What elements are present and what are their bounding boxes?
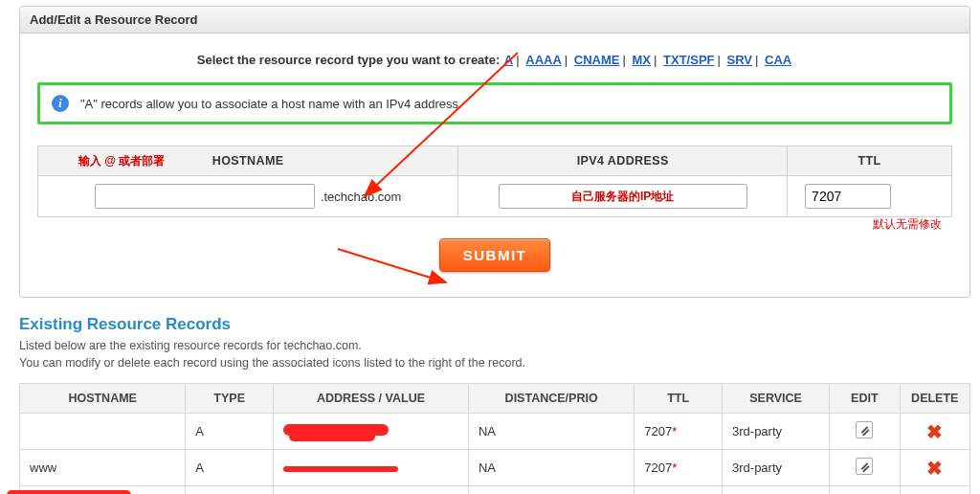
cell-ttl: 7207* — [635, 450, 723, 486]
cell-distance: NA — [468, 450, 634, 486]
existing-title: Existing Resource Records — [19, 315, 970, 334]
ttl-input[interactable] — [805, 184, 891, 209]
type-link-mx[interactable]: MX — [633, 53, 652, 67]
ipv4-input[interactable] — [499, 184, 747, 209]
record-type-select-row: Select the resource record type you want… — [37, 43, 952, 82]
type-link-cname[interactable]: CNAME — [574, 53, 620, 67]
cell-address — [274, 414, 469, 450]
th-ipv4: IPV4 ADDRESS — [458, 146, 788, 176]
cell-type: A — [186, 450, 274, 486]
cell-type: A — [186, 414, 274, 450]
cell-service: 3rd-party — [723, 414, 830, 450]
cell-delete: ✖ — [900, 450, 969, 486]
cell-hostname: www — [20, 450, 186, 486]
redacted-scribble — [283, 424, 389, 436]
rth-delete: DELETE — [900, 384, 969, 414]
rth-edit: EDIT — [830, 384, 900, 414]
cell-service: 3rd-party — [723, 450, 830, 486]
records-table: HOSTNAME TYPE ADDRESS / VALUE DISTANCE/P… — [19, 383, 970, 494]
table-row: ANA7207*3rd-party✖ — [20, 414, 970, 450]
cell-ttl: 7207* — [635, 486, 723, 495]
info-box: i "A" records allow you to associate a h… — [37, 82, 952, 124]
hostname-suffix: .techchao.com — [321, 190, 402, 204]
cell-distance: NA — [468, 486, 634, 495]
cell-distance: NA — [468, 414, 634, 450]
cell-edit — [830, 450, 900, 486]
redacted-scribble — [7, 490, 131, 494]
cell-address — [274, 450, 469, 486]
th-ttl: TTL — [788, 146, 952, 176]
redacted-scribble — [283, 466, 398, 472]
form-table: HOSTNAME IPV4 ADDRESS TTL 输入 @ 或者部署 .tec… — [37, 146, 952, 217]
delete-icon[interactable]: ✖ — [926, 422, 943, 441]
info-text: "A" records allow you to associate a hos… — [80, 97, 462, 111]
rth-ttl: TTL — [635, 384, 723, 414]
rth-address: ADDRESS / VALUE — [274, 384, 469, 414]
cell-ttl: 7207* — [635, 414, 723, 450]
rth-service: SERVICE — [723, 384, 830, 414]
annotation-ttl: 默认无需修改 — [873, 216, 942, 233]
table-row: CNAMEziyuan.baidu.comNA7207*3rd-party✖ — [20, 486, 970, 495]
cell-hostname — [20, 414, 186, 450]
cell-type: CNAME — [186, 486, 274, 495]
delete-icon[interactable]: ✖ — [926, 459, 943, 478]
type-link-a[interactable]: A — [504, 53, 513, 67]
cell-hostname — [20, 486, 186, 495]
rth-distance: DISTANCE/PRIO — [468, 384, 634, 414]
annotation-hostname: 输入 @ 或者部署 — [78, 153, 165, 169]
type-link-txtspf[interactable]: TXT/SPF — [663, 53, 714, 67]
type-link-aaaa[interactable]: AAAA — [525, 53, 562, 67]
info-icon: i — [52, 95, 69, 112]
table-row: wwwANA7207*3rd-party✖ — [20, 450, 970, 486]
existing-desc: Listed below are the existing resource r… — [19, 338, 970, 371]
submit-button[interactable]: SUBMIT — [439, 238, 551, 272]
cell-delete: ✖ — [900, 486, 969, 495]
rth-type: TYPE — [186, 384, 274, 414]
type-link-caa[interactable]: CAA — [765, 53, 791, 67]
cell-delete: ✖ — [900, 414, 969, 450]
panel-title: Add/Edit a Resource Record — [20, 7, 969, 34]
hostname-input[interactable] — [95, 184, 315, 209]
cell-edit — [830, 414, 900, 450]
type-link-srv[interactable]: SRV — [727, 53, 753, 67]
add-edit-panel: Add/Edit a Resource Record Select the re… — [19, 6, 970, 298]
select-prompt: Select the resource record type you want… — [197, 53, 500, 67]
edit-icon[interactable] — [856, 458, 873, 475]
cell-edit — [830, 486, 900, 495]
rth-hostname: HOSTNAME — [20, 384, 186, 414]
cell-service: 3rd-party — [723, 486, 830, 495]
edit-icon[interactable] — [856, 421, 873, 438]
cell-address: ziyuan.baidu.com — [274, 486, 469, 495]
